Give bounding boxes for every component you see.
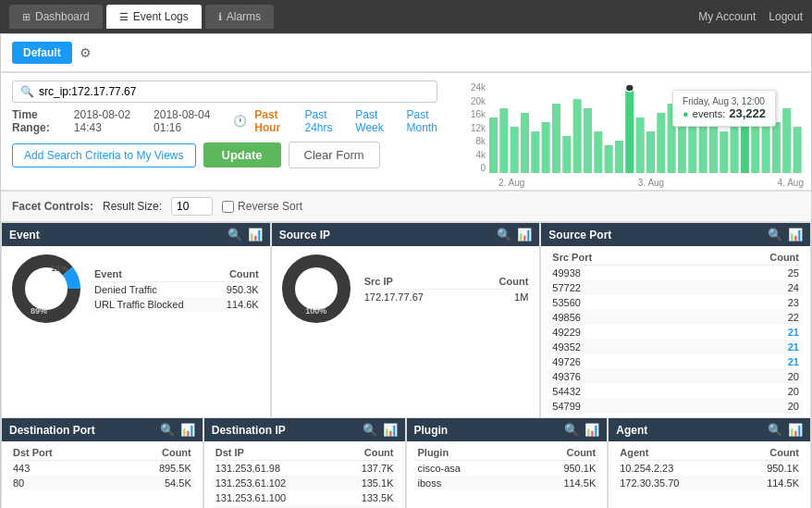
search-input-wrap: 🔍 xyxy=(12,81,437,103)
my-account-link[interactable]: My Account xyxy=(698,10,756,23)
result-size-input[interactable] xyxy=(171,197,213,216)
table-row: 443895.5K xyxy=(9,461,195,477)
dst-ip-chart-icon[interactable]: 📊 xyxy=(383,423,398,437)
event-row1-count: 950.3K xyxy=(213,281,263,297)
x-axis: 2. Aug 3. Aug 4. Aug xyxy=(471,176,804,188)
event-row2-count: 114.6K xyxy=(213,297,263,312)
table-row: 131.253.61.98137.7K xyxy=(212,461,398,477)
dst-port-card: Destination Port 🔍 📊 Dst Port Count xyxy=(2,418,203,508)
table-row: 5479920 xyxy=(548,399,803,414)
logout-link[interactable]: Logout xyxy=(769,10,803,23)
alarms-icon: ℹ xyxy=(218,11,222,23)
agent-chart-icon[interactable]: 📊 xyxy=(788,423,803,437)
y-label-12k: 12k xyxy=(471,123,486,133)
svg-rect-22 xyxy=(720,131,728,173)
time-range-label: Time Range: xyxy=(12,108,68,134)
agent-search-icon[interactable]: 🔍 xyxy=(768,423,782,437)
y-label-4k: 4k xyxy=(476,150,486,160)
nav-right: My Account Logout xyxy=(698,10,803,23)
event-donut: 11% 89% xyxy=(9,252,83,326)
y-label-0: 0 xyxy=(481,163,486,173)
search-icon: 🔍 xyxy=(20,85,34,98)
dst-port-search-icon[interactable]: 🔍 xyxy=(160,423,175,437)
add-search-button[interactable]: Add Search Criteria to My Views xyxy=(12,143,196,167)
tab-dashboard[interactable]: ⊞ Dashboard xyxy=(9,5,103,29)
agent-body: Agent Count 10.254.2.23950.1K 172.30.35.… xyxy=(609,441,810,494)
source-port-card: Source Port 🔍 📊 Src Port Count xyxy=(541,223,810,418)
event-chart-icon[interactable]: 📊 xyxy=(248,228,263,242)
svg-rect-18 xyxy=(678,122,686,173)
tooltip-date: Friday, Aug 3, 12:00 xyxy=(683,96,766,106)
event-search-icon[interactable]: 🔍 xyxy=(228,228,242,242)
dst-ip-card: Destination IP 🔍 📊 Dst IP Count xyxy=(204,418,406,508)
search-input[interactable] xyxy=(39,85,429,98)
toolbar: Default ⚙ xyxy=(1,34,811,73)
dst-ip-header: Destination IP 🔍 📊 xyxy=(204,418,405,441)
src-ip-chart-icon[interactable]: 📊 xyxy=(517,228,532,242)
src-ip-col-ip: Src IP xyxy=(361,274,472,290)
facet-label: Facet Controls: xyxy=(12,200,93,213)
table-row: iboss114.5K xyxy=(414,476,600,490)
tab-eventlogs-label: Event Logs xyxy=(133,10,189,23)
search-panel: 🔍 Time Range: 2018-08-02 14:43 2018-08-0… xyxy=(1,73,463,190)
past-24hrs-link[interactable]: Past 24hrs xyxy=(305,108,349,134)
tab-event-logs[interactable]: ☰ Event Logs xyxy=(106,5,202,29)
past-month-link[interactable]: Past Month xyxy=(406,108,452,134)
dashboard-icon: ⊞ xyxy=(22,11,31,23)
agent-card: Agent 🔍 📊 Agent Count xyxy=(609,418,810,508)
svg-rect-29 xyxy=(794,127,802,173)
default-button[interactable]: Default xyxy=(12,42,72,64)
x-label-aug4: 4. Aug xyxy=(778,178,804,188)
src-port-search-icon[interactable]: 🔍 xyxy=(768,228,782,242)
svg-rect-13 xyxy=(625,90,634,173)
src-ip-row1-ip: 172.17.77.67 xyxy=(361,289,472,304)
plugin-chart-icon[interactable]: 📊 xyxy=(584,423,599,437)
reverse-sort-checkbox[interactable] xyxy=(222,201,234,213)
bottom-cards: Destination Port 🔍 📊 Dst Port Count xyxy=(1,418,811,508)
dst-port-chart-icon[interactable]: 📊 xyxy=(180,423,195,437)
table-row: 131.253.61.102135.1K xyxy=(212,476,398,490)
svg-rect-8 xyxy=(573,99,582,173)
svg-rect-2 xyxy=(511,127,519,173)
plugin-search-icon[interactable]: 🔍 xyxy=(564,423,579,437)
time-row: Time Range: 2018-08-02 14:43 2018-08-04 … xyxy=(12,108,452,134)
search-chart-section: 🔍 Time Range: 2018-08-02 14:43 2018-08-0… xyxy=(1,73,811,191)
event-row2-name: URL Traffic Blocked xyxy=(91,297,213,312)
dst-ip-col-count: Count xyxy=(335,445,398,461)
y-label-24k: 24k xyxy=(471,82,486,93)
src-ip-donut: 100% xyxy=(279,252,353,326)
time-to: 2018-08-04 01:16 xyxy=(154,108,228,134)
event-card-title: Event xyxy=(9,229,40,242)
dst-port-col-port: Dst Port xyxy=(9,445,110,461)
update-button[interactable]: Update xyxy=(203,142,281,167)
y-label-16k: 16k xyxy=(471,109,486,119)
past-week-link[interactable]: Past Week xyxy=(355,108,399,134)
search-row: 🔍 xyxy=(12,81,452,103)
table-row: 4993825 xyxy=(548,266,803,281)
dst-port-body: Dst Port Count 443895.5K 8054.5K xyxy=(2,441,203,494)
past-hour-link[interactable]: Past Hour xyxy=(254,108,297,134)
clock-icon: 🕐 xyxy=(233,115,247,128)
dst-ip-search-icon[interactable]: 🔍 xyxy=(363,423,377,437)
src-port-chart-icon[interactable]: 📊 xyxy=(788,228,803,242)
src-ip-search-icon[interactable]: 🔍 xyxy=(497,228,511,242)
event-table: Event Count Denied Traffic 950.3K URL Tr… xyxy=(91,266,263,312)
src-ip-table: Src IP Count 172.17.77.67 1M xyxy=(361,274,533,304)
table-row: 5356023 xyxy=(548,295,803,310)
table-row: 172.17.77.67 1M xyxy=(361,289,533,304)
svg-point-30 xyxy=(625,84,634,92)
chart-tooltip: Friday, Aug 3, 12:00 ● events: 23,222 xyxy=(672,90,776,127)
dst-ip-body: Dst IP Count 131.253.61.98137.7K 131.253… xyxy=(204,441,405,508)
agent-header: Agent 🔍 📊 xyxy=(609,418,810,441)
src-port-col-port: Src Port xyxy=(548,250,691,266)
gear-icon[interactable]: ⚙ xyxy=(80,45,92,60)
event-card-body: 11% 89% Event Count Denied Traffic xyxy=(2,246,270,331)
clear-form-button[interactable]: Clear Form xyxy=(289,142,380,168)
event-col-event: Event xyxy=(91,266,213,282)
tab-alarms[interactable]: ℹ Alarms xyxy=(205,5,274,29)
table-row: 4935221 xyxy=(548,340,803,354)
table-row: 10.254.2.23950.1K xyxy=(616,461,803,477)
source-ip-header: Source IP 🔍 📊 xyxy=(272,223,540,246)
x-label-aug3: 3. Aug xyxy=(638,178,664,188)
source-port-header: Source Port 🔍 📊 xyxy=(541,223,810,246)
